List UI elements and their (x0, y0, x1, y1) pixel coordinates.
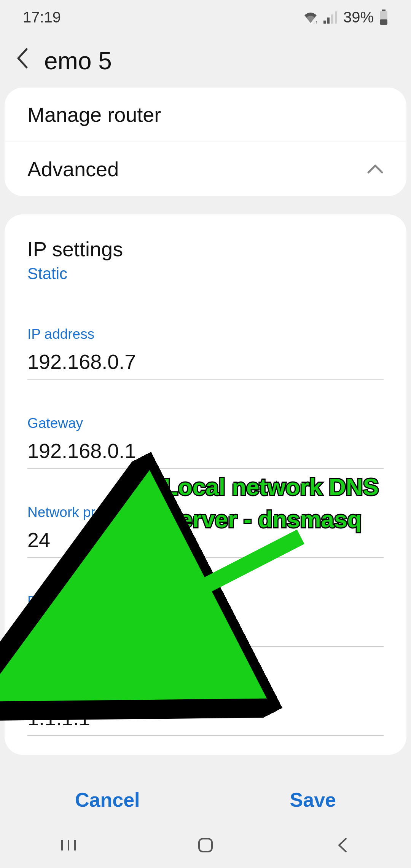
signal-icon (323, 11, 338, 24)
svg-rect-4 (335, 11, 337, 24)
ip-settings-mode[interactable]: Static (5, 265, 406, 294)
svg-rect-2 (327, 18, 330, 24)
nav-bar (0, 822, 411, 868)
dns2-label: DNS 2 (27, 683, 384, 702)
svg-rect-1 (323, 21, 326, 24)
svg-rect-7 (380, 19, 387, 25)
bottom-actions: Cancel Save (0, 773, 411, 827)
card-router-advanced: Manage router Advanced (5, 88, 406, 196)
gateway-label: Gateway (27, 415, 384, 435)
field-gateway: Gateway (5, 406, 406, 472)
svg-rect-11 (199, 839, 212, 852)
header: emo 5 (0, 34, 411, 88)
svg-rect-3 (331, 14, 333, 24)
battery-icon (379, 10, 388, 25)
cancel-button[interactable]: Cancel (45, 785, 170, 815)
dns1-label: DNS 1 (27, 594, 384, 613)
manage-router-label: Manage router (27, 103, 161, 126)
battery-percent: 39% (343, 9, 374, 26)
save-button[interactable]: Save (260, 785, 366, 815)
back-icon[interactable] (15, 47, 29, 75)
status-right: ↓↑ 39% (303, 9, 388, 26)
wifi-icon: ↓↑ (303, 11, 318, 24)
card-ip-settings: IP settings Static IP address Gateway Ne… (5, 214, 406, 755)
manage-router-row[interactable]: Manage router (5, 88, 406, 142)
field-dns1: DNS 1 (5, 584, 406, 651)
ip-address-label: IP address (27, 326, 384, 346)
prefix-label: Network prefix length (27, 504, 384, 524)
ip-address-input[interactable] (27, 346, 384, 380)
prefix-input[interactable] (27, 524, 384, 558)
svg-rect-5 (382, 10, 386, 11)
advanced-row[interactable]: Advanced (5, 142, 406, 196)
nav-back-icon[interactable] (323, 836, 362, 855)
nav-recent-icon[interactable] (49, 836, 88, 855)
ip-settings-title: IP settings (5, 214, 406, 265)
gateway-input[interactable] (27, 435, 384, 469)
field-dns2: DNS 2 (5, 673, 406, 740)
page-title: emo 5 (44, 47, 112, 75)
field-prefix: Network prefix length (5, 495, 406, 562)
status-time: 17:19 (23, 9, 61, 26)
status-bar: 17:19 ↓↑ 39% (0, 0, 411, 34)
dns2-input[interactable] (27, 702, 384, 736)
advanced-label: Advanced (27, 157, 119, 181)
dns1-input[interactable] (27, 613, 384, 647)
nav-home-icon[interactable] (186, 836, 225, 855)
svg-text:↓↑: ↓↑ (313, 19, 317, 24)
field-ip-address: IP address (5, 317, 406, 383)
chevron-up-icon (367, 161, 384, 177)
